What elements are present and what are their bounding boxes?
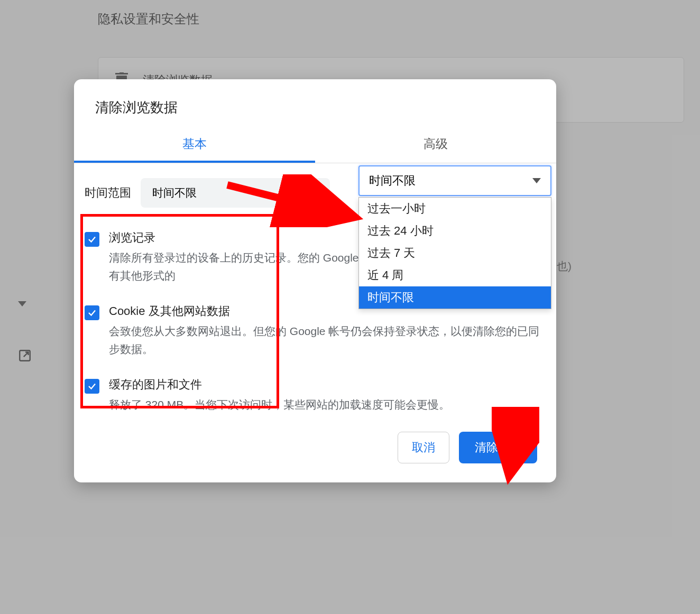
dropdown-selected[interactable]: 时间不限 [358, 165, 551, 196]
item-cached-files: 缓存的图片和文件 释放了 320 MB。当您下次访问时，某些网站的加载速度可能会… [85, 368, 546, 424]
time-range-select[interactable]: 时间不限 [141, 178, 330, 208]
time-range-dropdown: 时间不限 过去一小时 过去 24 小时 过去 7 天 近 4 周 时间不限 [358, 165, 551, 309]
caret-down-icon [532, 178, 541, 183]
dropdown-option-selected[interactable]: 时间不限 [359, 286, 551, 309]
dialog-title: 清除浏览数据 [95, 98, 535, 117]
checkbox-cookies[interactable] [85, 305, 99, 320]
checkbox-cached[interactable] [85, 379, 99, 394]
tab-basic[interactable]: 基本 [74, 129, 315, 163]
clear-data-button[interactable]: 清除数据 [459, 432, 537, 463]
item-desc: 会致使您从大多数网站退出。但您的 Google 帐号仍会保持登录状态，以便清除您… [109, 322, 546, 358]
time-range-label: 时间范围 [85, 185, 131, 201]
dropdown-option[interactable]: 过去 24 小时 [359, 220, 551, 242]
dropdown-option[interactable]: 近 4 周 [359, 264, 551, 286]
tab-advanced[interactable]: 高级 [315, 129, 556, 163]
caret-down-icon [310, 190, 318, 196]
dropdown-option[interactable]: 过去 7 天 [359, 242, 551, 264]
item-desc: 释放了 320 MB。当您下次访问时，某些网站的加载速度可能会更慢。 [109, 396, 450, 414]
dropdown-list: 过去一小时 过去 24 小时 过去 7 天 近 4 周 时间不限 [358, 197, 551, 309]
time-range-value: 时间不限 [152, 185, 197, 200]
dropdown-option[interactable]: 过去一小时 [359, 198, 551, 220]
cancel-button[interactable]: 取消 [398, 432, 449, 463]
item-title: 缓存的图片和文件 [109, 377, 450, 393]
checkbox-browsing-history[interactable] [85, 232, 99, 247]
dialog-tabs: 基本 高级 [74, 129, 556, 163]
